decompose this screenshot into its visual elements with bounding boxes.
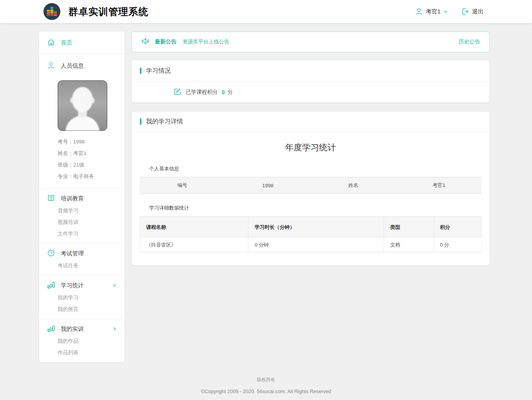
open-book-icon (47, 194, 55, 203)
sidebar: 首页 人员信息 (39, 32, 125, 362)
sidebar-profile-label: 人员信息 (61, 62, 84, 70)
basic-info-name-value: 考官1 (396, 182, 482, 189)
profile-fields: 考号：1998 姓名：考官1 班级：21级 专业：电子商务 (39, 136, 125, 188)
study-status-card: 学习情况 已学课程积分 0 分 (131, 60, 490, 103)
speaker-icon (141, 37, 150, 47)
user-icon (415, 7, 423, 16)
study-status-title: 学习情况 (146, 67, 171, 75)
history-announcement-link[interactable]: 历史公告 (459, 38, 480, 45)
bar-stats-icon (47, 324, 55, 334)
table-header-row: 课程名称 学习时长（分钟） 类型 积分 (140, 217, 481, 238)
cell-credit: 0 分 (434, 238, 481, 252)
latest-announcement-label: 最新公告 (155, 38, 176, 45)
chevron-down-icon (443, 9, 448, 14)
col-credit: 积分 (434, 217, 481, 237)
sidebar-group-study-stats: 学习统计 我的学习 我的留言 (39, 276, 125, 319)
chevron-right-icon (112, 326, 117, 332)
study-detail-card: 我的学习详情 年度学习统计 个人基本信息 编号 1998 姓名 考官1 学习详细… (131, 112, 490, 265)
sidebar-group-exam: 考试管理 考试任务 (39, 244, 125, 276)
sidebar-home-label: 首页 (61, 39, 72, 47)
basic-info-id-value: 1998 (225, 183, 311, 188)
col-course-name: 课程名称 (140, 217, 248, 237)
app-header: 群卓实训管理系统 考官1 退出 (0, 0, 532, 23)
bar-stats-icon (47, 281, 55, 290)
announcement-bar: 最新公告 资源库平台上线公告 历史公告 (131, 32, 490, 52)
logout-icon (461, 7, 469, 16)
sidebar-item-training[interactable]: 培训教育 (39, 192, 125, 205)
footer-copyright-text: ©Copyright 2009 - 2020. 56sucai.com. All… (0, 388, 532, 394)
user-name: 考官1 (426, 8, 441, 15)
detail-stats-label: 学习详细数据统计 (149, 205, 489, 211)
sidebar-study-stats-label: 学习统计 (61, 282, 84, 289)
sidebar-group-my-training: 我的实训 我的作品 作品列表 (39, 319, 125, 362)
sidebar-item-exam-task[interactable]: 考试任务 (58, 260, 125, 272)
user-menu[interactable]: 考官1 (415, 7, 448, 16)
accent-bar (140, 118, 141, 125)
sidebar-training-label: 培训教育 (61, 195, 84, 202)
basic-info-id-label: 编号 (140, 182, 225, 189)
cell-course-name: 《抖音雷区》 (140, 238, 248, 252)
basic-info-label: 个人基本信息 (149, 166, 489, 172)
sidebar-item-my-training[interactable]: 我的实训 (39, 322, 125, 335)
profile-field-exam-no: 考号：1998 (58, 136, 125, 148)
sidebar-item-works-list[interactable]: 作品列表 (58, 347, 125, 358)
annual-stats-title: 年度学习统计 (132, 142, 489, 153)
chevron-right-icon (112, 282, 117, 289)
credit-label: 已学课程积分 (186, 89, 218, 96)
sidebar-item-exam[interactable]: 考试管理 (39, 247, 125, 260)
app-logo-icon (43, 3, 61, 20)
sidebar-item-study-stats[interactable]: 学习统计 (39, 279, 125, 292)
sidebar-profile-section: 人员信息 (39, 54, 125, 189)
logout-label: 退出 (472, 8, 484, 15)
clock-icon (47, 249, 55, 258)
person-icon (47, 61, 55, 71)
study-status-header: 学习情况 (132, 60, 489, 82)
profile-field-major: 专业：电子商务 (58, 171, 125, 182)
sidebar-item-file-study[interactable]: 文件学习 (58, 228, 125, 240)
col-type: 类型 (384, 217, 434, 237)
profile-field-class: 班级：21级 (58, 159, 125, 171)
accent-bar (140, 68, 141, 74)
credit-value: 0 (222, 89, 225, 95)
sidebar-item-my-messages[interactable]: 我的留言 (58, 303, 125, 315)
basic-info-name-label: 姓名 (311, 182, 396, 189)
profile-field-name: 姓名：考官1 (58, 148, 125, 159)
study-detail-title: 我的学习详情 (146, 118, 183, 126)
sidebar-my-training-label: 我的实训 (61, 325, 84, 333)
study-detail-table: 课程名称 学习时长（分钟） 类型 积分 《抖音雷区》 0 分钟 文档 0 分 (140, 217, 482, 252)
avatar (58, 80, 107, 131)
col-study-duration: 学习时长（分钟） (248, 217, 384, 237)
sidebar-item-video-training[interactable]: 视频培训 (58, 217, 125, 228)
edit-pencil-icon (173, 87, 186, 97)
study-detail-header: 我的学习详情 (132, 112, 489, 132)
sidebar-item-profile[interactable]: 人员信息 (39, 54, 125, 77)
sidebar-item-my-study[interactable]: 我的学习 (58, 292, 125, 303)
announcement-link[interactable]: 资源库平台上线公告 (183, 38, 229, 45)
footer-copyright-label: 版权所有 (0, 377, 532, 383)
sidebar-exam-label: 考试管理 (61, 250, 84, 257)
table-row: 《抖音雷区》 0 分钟 文档 0 分 (140, 238, 481, 252)
sidebar-item-my-works[interactable]: 我的作品 (58, 335, 125, 347)
cell-type: 文档 (384, 238, 434, 252)
app-title: 群卓实训管理系统 (68, 5, 148, 18)
credit-row: 已学课程积分 0 分 (132, 82, 489, 103)
cell-study-duration: 0 分钟 (248, 238, 384, 252)
sidebar-group-training: 培训教育 音频学习 视频培训 文件学习 (39, 189, 125, 244)
sidebar-item-audio-study[interactable]: 音频学习 (58, 205, 125, 217)
basic-info-row: 编号 1998 姓名 考官1 (140, 177, 482, 194)
logout-button[interactable]: 退出 (461, 7, 484, 16)
sidebar-item-home[interactable]: 首页 (39, 32, 125, 54)
credit-unit: 分 (228, 89, 233, 96)
home-icon (47, 38, 55, 48)
